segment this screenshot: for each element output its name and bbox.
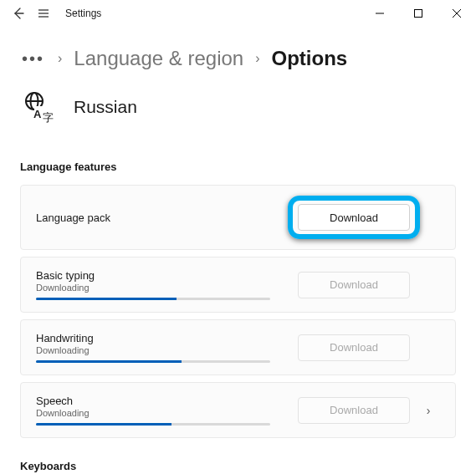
download-button: Download — [298, 397, 410, 424]
feature-title: Language pack — [36, 212, 298, 224]
feature-status: Downloading — [36, 345, 298, 355]
svg-text:字: 字 — [43, 111, 54, 124]
feature-body: HandwritingDownloading — [36, 332, 298, 363]
feature-card: Language packDownload — [20, 185, 456, 250]
section-title-features: Language features — [20, 161, 456, 173]
breadcrumb-parent[interactable]: Language & region — [74, 47, 243, 70]
feature-body: SpeechDownloading — [36, 395, 298, 426]
breadcrumb: ••• › Language & region › Options — [20, 47, 456, 70]
section-title-keyboards: Keyboards — [20, 460, 456, 472]
progress-bar — [36, 360, 270, 363]
feature-title: Handwriting — [36, 332, 298, 344]
svg-rect-5 — [415, 10, 422, 18]
download-button: Download — [298, 334, 410, 361]
chevron-right-icon[interactable]: › — [417, 404, 440, 417]
feature-title: Speech — [36, 395, 298, 407]
download-button: Download — [298, 272, 410, 298]
breadcrumb-current: Options — [272, 47, 348, 70]
breadcrumb-ellipsis[interactable]: ••• — [20, 49, 46, 69]
language-icon: A 字 — [20, 89, 57, 125]
feature-status: Downloading — [36, 408, 298, 418]
menu-button[interactable] — [37, 7, 50, 20]
titlebar: Settings — [0, 0, 476, 27]
minimize-button[interactable] — [361, 0, 399, 27]
progress-bar — [36, 298, 270, 300]
svg-text:A: A — [33, 108, 42, 120]
feature-card: HandwritingDownloadingDownload — [20, 319, 456, 375]
feature-body: Basic typingDownloading — [36, 269, 298, 300]
download-button[interactable]: Download — [298, 204, 410, 231]
back-button[interactable] — [12, 7, 25, 20]
feature-title: Basic typing — [36, 269, 298, 282]
app-title: Settings — [65, 8, 101, 19]
close-button[interactable] — [438, 0, 476, 27]
progress-bar — [36, 423, 270, 426]
feature-body: Language pack — [36, 212, 298, 224]
feature-card: SpeechDownloadingDownload› — [20, 382, 456, 438]
chevron-right-icon: › — [58, 51, 62, 66]
feature-status: Downloading — [36, 283, 298, 293]
chevron-right-icon: › — [255, 51, 259, 66]
page-title: Russian — [74, 97, 137, 117]
feature-card: Basic typingDownloadingDownload — [20, 257, 456, 313]
maximize-button[interactable] — [399, 0, 438, 27]
